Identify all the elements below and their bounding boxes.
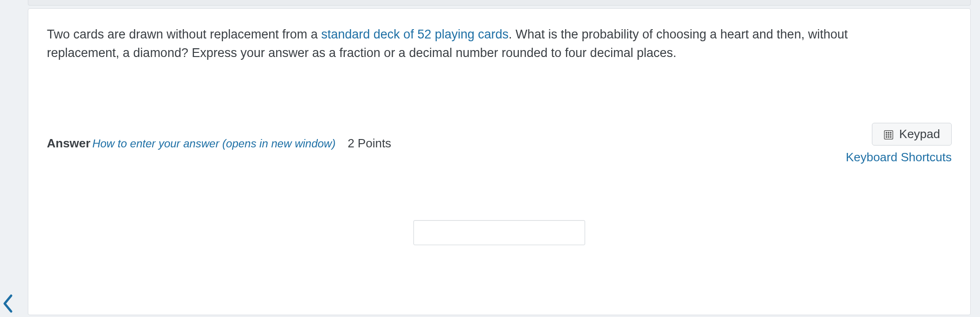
svg-point-4 [886, 134, 887, 135]
answer-help-link[interactable]: How to enter your answer (opens in new w… [92, 137, 335, 150]
previous-panel-edge [28, 0, 971, 6]
points-label: 2 Points [348, 136, 391, 151]
svg-point-8 [888, 137, 889, 138]
deck-link[interactable]: standard deck of 52 playing cards [321, 27, 509, 41]
answer-header-left: AnswerHow to enter your answer (opens in… [47, 136, 391, 151]
svg-point-1 [886, 133, 887, 133]
question-text-before: Two cards are drawn without replacement … [47, 27, 321, 41]
answer-input-container [47, 220, 952, 245]
svg-point-2 [888, 133, 889, 133]
keypad-button[interactable]: Keypad [872, 123, 952, 146]
svg-point-6 [890, 134, 891, 135]
svg-point-9 [890, 137, 891, 138]
svg-point-5 [888, 134, 889, 135]
keyboard-shortcuts-link[interactable]: Keyboard Shortcuts [846, 150, 952, 165]
answer-header-right: Keypad Keyboard Shortcuts [846, 123, 952, 165]
question-text: Two cards are drawn without replacement … [47, 25, 910, 63]
chevron-left-icon[interactable] [0, 294, 15, 313]
question-panel: Two cards are drawn without replacement … [28, 8, 971, 315]
svg-point-3 [890, 133, 891, 133]
answer-input[interactable] [413, 220, 585, 245]
keypad-button-label: Keypad [899, 127, 940, 141]
keypad-icon [883, 129, 894, 139]
svg-point-7 [886, 137, 887, 138]
answer-label: Answer [47, 136, 90, 151]
answer-header-row: AnswerHow to enter your answer (opens in… [47, 123, 952, 165]
